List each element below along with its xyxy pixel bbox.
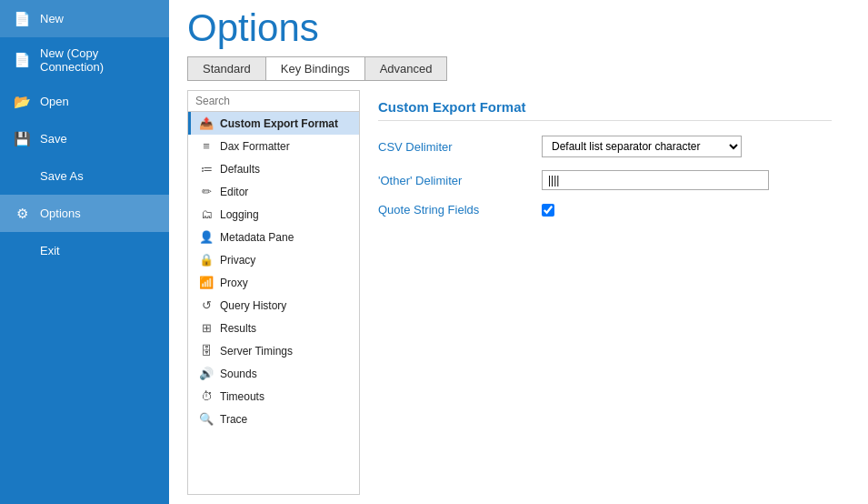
tree-item-editor-label: Editor xyxy=(220,186,248,198)
tree-item-proxy[interactable]: 📶 Proxy xyxy=(188,271,359,294)
sidebar-item-new-label: New xyxy=(40,12,64,25)
options-icon: ⚙ xyxy=(13,206,31,222)
tree-item-server-timings[interactable]: 🗄 Server Timings xyxy=(188,339,359,362)
csv-delimiter-label: CSV Delimiter xyxy=(378,140,524,154)
tab-standard[interactable]: Standard xyxy=(188,57,266,80)
tree-item-query-history-label: Query History xyxy=(220,299,286,312)
proxy-icon: 📶 xyxy=(198,276,215,289)
sidebar: 📄 New 📄 New (Copy Connection) 📂 Open 💾 S… xyxy=(0,0,169,504)
sidebar-item-options[interactable]: ⚙ Options xyxy=(0,195,169,232)
tabs-bar: Standard Key Bindings Advanced xyxy=(187,56,447,81)
tree-item-sounds-label: Sounds xyxy=(220,368,257,380)
tree-item-privacy-label: Privacy xyxy=(220,254,255,267)
tree-item-sounds[interactable]: 🔊 Sounds xyxy=(188,362,359,385)
csv-delimiter-row: CSV Delimiter Default list separator cha… xyxy=(378,136,832,157)
sidebar-item-new[interactable]: 📄 New xyxy=(0,0,169,37)
sidebar-item-open-label: Open xyxy=(40,95,69,108)
tree-item-trace[interactable]: 🔍 Trace xyxy=(188,408,359,430)
open-icon: 📂 xyxy=(13,94,31,110)
main-content: Options Standard Key Bindings Advanced 📤… xyxy=(169,0,868,504)
sidebar-item-open[interactable]: 📂 Open xyxy=(0,83,169,120)
tree-item-results[interactable]: ⊞ Results xyxy=(188,317,359,339)
tree-item-privacy[interactable]: 🔒 Privacy xyxy=(188,248,359,271)
tree-item-server-timings-label: Server Timings xyxy=(220,345,293,358)
tree-item-proxy-label: Proxy xyxy=(220,277,248,289)
sidebar-item-exit-label: Exit xyxy=(40,244,60,257)
editor-icon: ✏ xyxy=(198,185,215,198)
defaults-icon: ≔ xyxy=(198,162,215,176)
tree-item-custom-export-label: Custom Export Format xyxy=(220,117,338,130)
sidebar-item-save-as-label: Save As xyxy=(40,169,84,183)
tree-item-logging[interactable]: 🗂 Logging xyxy=(188,203,359,226)
sidebar-item-options-label: Options xyxy=(40,207,81,220)
header: Options xyxy=(169,0,868,53)
page-title: Options xyxy=(187,7,850,49)
timeouts-icon: ⏱ xyxy=(198,389,215,403)
sounds-icon: 🔊 xyxy=(198,367,215,380)
other-delimiter-input[interactable] xyxy=(542,170,769,190)
csv-delimiter-select[interactable]: Default list separator character Comma S… xyxy=(542,136,742,157)
tree-item-logging-label: Logging xyxy=(220,208,259,221)
sidebar-item-new-copy[interactable]: 📄 New (Copy Connection) xyxy=(0,37,169,83)
sidebar-item-save-label: Save xyxy=(40,132,67,146)
search-input[interactable] xyxy=(188,91,359,112)
quote-string-control xyxy=(542,204,554,217)
other-delimiter-control xyxy=(542,170,769,190)
sidebar-item-exit[interactable]: Exit xyxy=(0,232,169,269)
logging-icon: 🗂 xyxy=(198,207,215,221)
new-icon: 📄 xyxy=(13,11,31,27)
tab-key-bindings[interactable]: Key Bindings xyxy=(266,57,365,80)
quote-string-row: Quote String Fields xyxy=(378,203,832,217)
tree-item-defaults[interactable]: ≔ Defaults xyxy=(188,157,359,180)
tree-item-metadata-pane-label: Metadata Pane xyxy=(220,231,294,244)
sidebar-item-new-copy-label: New (Copy Connection) xyxy=(40,46,156,74)
query-history-icon: ↺ xyxy=(198,298,215,312)
save-icon: 💾 xyxy=(13,131,31,147)
tree-item-editor[interactable]: ✏ Editor xyxy=(188,180,359,203)
tree-item-dax-formatter-label: Dax Formatter xyxy=(220,140,290,153)
tree-item-dax-formatter[interactable]: ≡ Dax Formatter xyxy=(188,135,359,157)
csv-delimiter-control: Default list separator character Comma S… xyxy=(542,136,742,157)
other-delimiter-label: 'Other' Delimiter xyxy=(378,174,524,187)
other-delimiter-row: 'Other' Delimiter xyxy=(378,170,832,190)
section-title: Custom Export Format xyxy=(378,99,832,121)
trace-icon: 🔍 xyxy=(198,412,215,426)
tree-item-results-label: Results xyxy=(220,322,256,335)
quote-string-checkbox[interactable] xyxy=(542,204,554,217)
privacy-icon: 🔒 xyxy=(198,253,215,267)
new-copy-icon: 📄 xyxy=(13,52,31,68)
sidebar-item-save[interactable]: 💾 Save xyxy=(0,120,169,157)
sidebar-item-save-as[interactable]: Save As xyxy=(0,157,169,195)
right-panel: Custom Export Format CSV Delimiter Defau… xyxy=(360,90,850,495)
results-icon: ⊞ xyxy=(198,321,215,335)
tree-item-query-history[interactable]: ↺ Query History xyxy=(188,294,359,317)
metadata-pane-icon: 👤 xyxy=(198,230,215,244)
server-timings-icon: 🗄 xyxy=(198,344,215,358)
tree-item-defaults-label: Defaults xyxy=(220,163,260,176)
tree-item-metadata-pane[interactable]: 👤 Metadata Pane xyxy=(188,226,359,248)
custom-export-icon: 📤 xyxy=(198,116,215,130)
tree-item-timeouts[interactable]: ⏱ Timeouts xyxy=(188,385,359,408)
tree-item-timeouts-label: Timeouts xyxy=(220,390,264,403)
tree-items: 📤 Custom Export Format ≡ Dax Formatter ≔… xyxy=(188,112,359,494)
tree-item-trace-label: Trace xyxy=(220,413,247,426)
tab-advanced[interactable]: Advanced xyxy=(365,57,447,80)
left-panel: 📤 Custom Export Format ≡ Dax Formatter ≔… xyxy=(187,90,360,495)
content-area: 📤 Custom Export Format ≡ Dax Formatter ≔… xyxy=(169,81,868,504)
dax-formatter-icon: ≡ xyxy=(198,139,215,153)
quote-string-label: Quote String Fields xyxy=(378,203,524,217)
tree-item-custom-export[interactable]: 📤 Custom Export Format xyxy=(188,112,359,135)
